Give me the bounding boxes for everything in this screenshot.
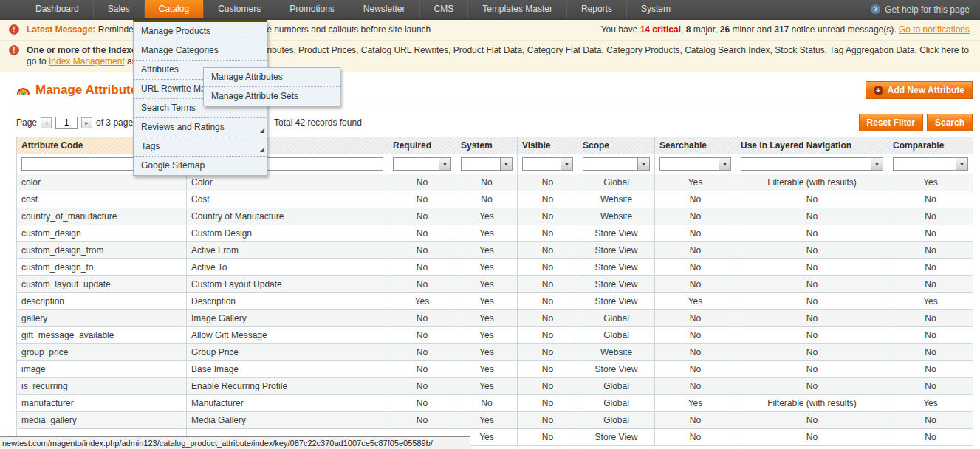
next-page-button[interactable]: ►	[81, 117, 92, 128]
table-row[interactable]: description Description Yes Yes No Store…	[17, 293, 973, 310]
nav-tab[interactable]: Newsletter	[349, 0, 420, 18]
cell-layered-navigation: No	[736, 412, 888, 429]
submenu-arrow-icon: ◢	[260, 144, 264, 155]
cell-attribute-code: country_of_manufacture	[17, 208, 187, 225]
table-row[interactable]: country_of_manufacture Country of Manufa…	[17, 208, 973, 225]
prev-page-button[interactable]: ◄	[41, 117, 52, 128]
menu-item[interactable]: Google Sitemap ◢	[134, 156, 267, 175]
dropdown-arrow-icon: ▼	[871, 158, 883, 170]
table-row[interactable]: is_recurring Enable Recurring Profile No…	[17, 378, 973, 395]
cell-searchable: No	[655, 412, 736, 429]
add-new-attribute-button[interactable]: + Add New Attribute	[866, 81, 973, 99]
reset-filter-button[interactable]: Reset Filter	[859, 114, 923, 131]
menu-item[interactable]: Reviews and Ratings ◢	[134, 117, 267, 137]
table-row[interactable]: manufacturer Manufacturer No No No Globa…	[17, 395, 973, 412]
cell-scope: Store View	[578, 429, 655, 446]
submenu-item[interactable]: Manage Attributes	[204, 68, 340, 86]
table-row[interactable]: color Color No No No Global Yes Filterab…	[17, 174, 973, 191]
table-row[interactable]: custom_design_to Active To No Yes No Sto…	[17, 259, 973, 276]
table-row[interactable]: group_price Group Price No Yes No Websit…	[17, 344, 973, 361]
cell-visible: No	[518, 276, 578, 293]
cell-visible: No	[518, 174, 578, 191]
cell-searchable: Yes	[655, 293, 736, 310]
cell-required: No	[388, 344, 456, 361]
column-header-required[interactable]: Required	[388, 137, 456, 154]
column-header-visible[interactable]: Visible	[518, 137, 578, 154]
column-header-scope[interactable]: Scope	[578, 137, 655, 154]
dropdown-arrow-icon: ▼	[439, 158, 450, 170]
search-button[interactable]: Search	[927, 114, 973, 131]
nav-tab[interactable]: Templates Master	[468, 0, 567, 18]
table-row[interactable]: cost Cost No No No Website No No No	[17, 191, 973, 208]
column-header-comparable[interactable]: Comparable	[888, 137, 973, 154]
cell-searchable: No	[655, 361, 736, 378]
cell-required: No	[388, 174, 456, 191]
cell-scope: Store View	[578, 293, 655, 310]
cell-searchable: No	[655, 429, 736, 446]
cell-attribute-code: group_price	[17, 344, 187, 361]
nav-tab[interactable]: CMS	[420, 0, 469, 18]
menu-item-label: Reviews and Ratings	[141, 122, 225, 132]
cell-layered-navigation: No	[736, 378, 888, 395]
cell-attribute-label: Custom Design	[187, 225, 388, 242]
filter-layered-select[interactable]: ▼	[741, 157, 883, 171]
cell-comparable: No	[888, 276, 973, 293]
cell-system: Yes	[456, 208, 518, 225]
table-row[interactable]: custom_design Custom Design No Yes No St…	[17, 225, 973, 242]
menu-item[interactable]: Tags ◢	[134, 137, 267, 156]
cell-layered-navigation: No	[736, 208, 888, 225]
nav-tab-label: Dashboard	[35, 4, 79, 14]
table-row[interactable]: custom_layout_update Custom Layout Updat…	[17, 276, 973, 293]
cell-attribute-label: Active From	[187, 242, 388, 259]
filter-system-select[interactable]: ▼	[461, 157, 513, 171]
cell-required: No	[388, 310, 456, 327]
cell-visible: No	[518, 191, 578, 208]
column-header-searchable[interactable]: Searchable	[655, 137, 736, 154]
page-number-input[interactable]	[55, 117, 78, 129]
table-row[interactable]: gallery Image Gallery No Yes No Global N…	[17, 310, 973, 327]
filter-comparable-select[interactable]: ▼	[893, 157, 968, 171]
cell-system: Yes	[456, 225, 518, 242]
filter-required-select[interactable]: ▼	[393, 157, 451, 171]
filter-searchable-select[interactable]: ▼	[659, 157, 731, 171]
index-management-link[interactable]: Index Management	[49, 56, 125, 66]
column-header-layered-navigation[interactable]: Use in Layered Navigation	[736, 137, 888, 154]
menu-item[interactable]: Manage Products ◢	[134, 22, 267, 41]
column-header-system[interactable]: System	[456, 137, 518, 154]
cell-visible: No	[518, 327, 578, 344]
nav-tab[interactable]: Customers	[204, 0, 275, 18]
cell-comparable: No	[888, 310, 973, 327]
nav-tab-label: Promotions	[289, 4, 335, 14]
nav-tab[interactable]: Dashboard	[21, 0, 94, 18]
go-to-notifications-link[interactable]: Go to notifications	[899, 24, 970, 35]
cell-searchable: No	[655, 327, 736, 344]
nav-tab[interactable]: System	[627, 0, 685, 18]
submenu-item[interactable]: Manage Attribute Sets	[204, 86, 340, 106]
filter-visible-select[interactable]: ▼	[522, 157, 573, 171]
table-row[interactable]: custom_design_from Active From No Yes No…	[17, 242, 973, 259]
dropdown-arrow-icon: ▼	[637, 158, 649, 170]
help-link[interactable]: ? Get help for this page	[871, 0, 980, 18]
menu-item[interactable]: Manage Categories ◢	[134, 41, 267, 60]
chevron-left-icon: ◄	[44, 120, 49, 126]
nav-tab[interactable]: Reports	[567, 0, 627, 18]
nav-tab-label: CMS	[434, 4, 454, 14]
attributes-rainbow-icon	[16, 85, 30, 95]
table-row[interactable]: image Base Image No Yes No Store View No…	[17, 361, 973, 378]
cell-visible: No	[518, 310, 578, 327]
cell-layered-navigation: No	[736, 276, 888, 293]
nav-tab[interactable]: Catalog	[145, 0, 204, 18]
cell-attribute-label: Allow Gift Message	[187, 327, 388, 344]
cell-required: No	[388, 259, 456, 276]
cell-attribute-label: Base Image	[187, 361, 388, 378]
nav-tab[interactable]: Promotions	[275, 0, 349, 18]
nav-tab[interactable]: Sales	[94, 0, 145, 18]
filter-scope-select[interactable]: ▼	[583, 157, 650, 171]
cell-attribute-code: gift_message_available	[17, 327, 187, 344]
table-row[interactable]: media_gallery Media Gallery No Yes No Gl…	[17, 412, 973, 429]
cell-visible: No	[518, 395, 578, 412]
cell-visible: No	[518, 412, 578, 429]
cell-scope: Website	[578, 191, 655, 208]
table-row[interactable]: gift_message_available Allow Gift Messag…	[17, 327, 973, 344]
menu-item-label: Attributes	[141, 64, 179, 75]
